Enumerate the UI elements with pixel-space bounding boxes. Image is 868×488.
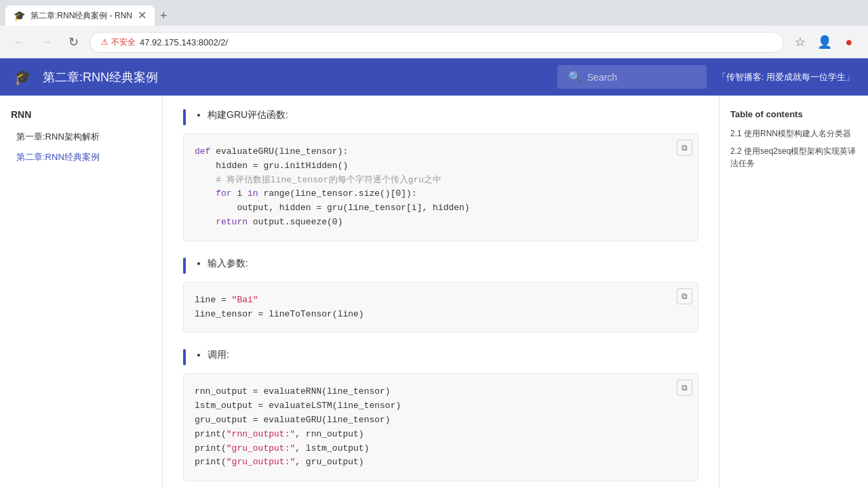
- section-call: 调用: ⧉ rnn_output = evaluateRNN(line_tens…: [183, 349, 698, 481]
- code-block-call: ⧉ rnn_output = evaluateRNN(line_tensor) …: [183, 373, 698, 481]
- app-title: 第二章:RNN经典案例: [43, 69, 547, 85]
- bullet-input-params: 输入参数:: [208, 258, 248, 270]
- nav-actions: ☆ 👤 ●: [789, 31, 860, 53]
- copy-button-call[interactable]: ⧉: [677, 380, 692, 396]
- extension-button[interactable]: ●: [838, 31, 860, 53]
- search-icon: 🔍: [568, 70, 582, 83]
- section-border-2-icon: [183, 258, 186, 274]
- sidebar: RNN 第一章:RNN架构解析 第二章:RNN经典案例: [0, 96, 163, 488]
- app-logo-icon: 🎓: [14, 68, 32, 86]
- code-content-build-gru: def evaluateGRU(line_tensor): hidden = g…: [195, 145, 687, 230]
- promo-text: 「传智播客: 用爱成就每一位学生」: [717, 71, 854, 83]
- account-button[interactable]: 👤: [814, 31, 835, 53]
- search-box[interactable]: 🔍: [557, 65, 707, 89]
- main-layout: RNN 第一章:RNN架构解析 第二章:RNN经典案例 构建GRU评估函数: ⧉…: [0, 96, 868, 488]
- refresh-button[interactable]: ↻: [62, 31, 84, 53]
- sidebar-item-chapter2[interactable]: 第二章:RNN经典案例: [11, 148, 151, 166]
- tab-favicon-icon: 🎓: [14, 10, 25, 21]
- tab-close-button[interactable]: ✕: [138, 10, 146, 21]
- code-block-input-params: ⧉ line = "Bai" line_tensor = lineToTenso…: [183, 282, 698, 333]
- toc-item-1[interactable]: 2.1 使用RNN模型构建人名分类器: [730, 127, 857, 140]
- warning-icon: ⚠: [101, 37, 108, 47]
- tab-bar: 🎓 第二章:RNN经典案例 - RNN ✕ +: [0, 0, 868, 26]
- code-content-input-params: line = "Bai" line_tensor = lineToTensor(…: [195, 293, 687, 322]
- section-build-gru-label: 构建GRU评估函数:: [183, 109, 698, 125]
- security-text: 不安全: [111, 37, 136, 48]
- sidebar-heading: RNN: [11, 109, 151, 120]
- forward-button[interactable]: →: [35, 31, 57, 53]
- code-content-call: rnn_output = evaluateRNN(line_tensor) ls…: [195, 385, 687, 470]
- bullet-call: 调用:: [208, 349, 229, 361]
- section-input-params-label: 输入参数:: [183, 258, 698, 274]
- section-build-gru-text: 构建GRU评估函数:: [194, 109, 288, 124]
- tab-title: 第二章:RNN经典案例 - RNN: [31, 10, 132, 22]
- section-border-icon: [183, 109, 186, 125]
- section-input-params: 输入参数: ⧉ line = "Bai" line_tensor = lineT…: [183, 258, 698, 333]
- new-tab-button[interactable]: +: [157, 9, 170, 23]
- bullet-build-gru: 构建GRU评估函数:: [208, 109, 288, 121]
- toc-item-2[interactable]: 2.2 使用seq2seq模型架构实现英译法任务: [730, 145, 857, 169]
- section-call-label: 调用:: [183, 349, 698, 365]
- active-tab[interactable]: 🎓 第二章:RNN经典案例 - RNN ✕: [5, 5, 155, 26]
- url-text: 47.92.175.143:8002/2/: [140, 37, 228, 47]
- toc-panel: Table of contents 2.1 使用RNN模型构建人名分类器 2.2…: [719, 96, 868, 488]
- app-header: 🎓 第二章:RNN经典案例 🔍 「传智播客: 用爱成就每一位学生」: [0, 58, 868, 96]
- bookmark-button[interactable]: ☆: [789, 31, 811, 53]
- toc-heading: Table of contents: [730, 109, 857, 119]
- search-input[interactable]: [587, 72, 696, 83]
- back-button[interactable]: ←: [8, 31, 30, 53]
- section-border-3-icon: [183, 349, 186, 365]
- nav-bar: ← → ↻ ⚠ 不安全 47.92.175.143:8002/2/ ☆ 👤 ●: [0, 26, 868, 58]
- security-warning: ⚠ 不安全: [101, 37, 136, 48]
- sidebar-item-chapter1[interactable]: 第一章:RNN架构解析: [11, 128, 151, 146]
- section-call-text: 调用:: [194, 349, 229, 364]
- address-bar[interactable]: ⚠ 不安全 47.92.175.143:8002/2/: [90, 32, 784, 53]
- section-build-gru: 构建GRU评估函数: ⧉ def evaluateGRU(line_tensor…: [183, 109, 698, 241]
- main-content: 构建GRU评估函数: ⧉ def evaluateGRU(line_tensor…: [163, 96, 719, 488]
- copy-button-input-params[interactable]: ⧉: [677, 288, 692, 304]
- section-input-params-text: 输入参数:: [194, 258, 248, 272]
- code-block-build-gru: ⧉ def evaluateGRU(line_tensor): hidden =…: [183, 134, 698, 241]
- copy-button-build-gru[interactable]: ⧉: [677, 140, 692, 156]
